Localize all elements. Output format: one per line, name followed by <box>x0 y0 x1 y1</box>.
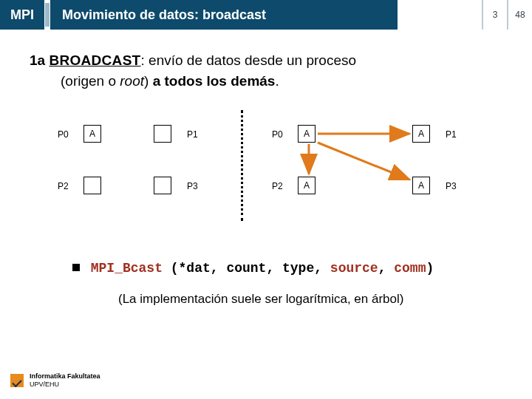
fn-arg-comm: comm <box>394 261 426 276</box>
page-total: 48 <box>507 0 532 30</box>
fn-open: ( <box>163 261 179 276</box>
fn-name: MPI_Bcast <box>91 261 163 276</box>
header-divider <box>44 0 50 30</box>
page-number-box: 3 48 <box>482 0 532 30</box>
footer-line2: UPV/EHU <box>30 381 100 389</box>
heading-indent-post: ) <box>144 73 153 89</box>
fn-sep2: , <box>266 261 282 276</box>
heading-keyword: BROADCAST <box>49 52 140 68</box>
fn-sep1: , <box>211 261 227 276</box>
fn-arg-source: source <box>330 261 378 276</box>
broadcast-diagram: P0 A P1 P2 P3 P0 A A P1 P2 A A P3 <box>50 125 502 228</box>
university-logo-icon <box>10 374 24 387</box>
heading-period: . <box>275 73 279 89</box>
slide-footer: Informatika Fakultatea UPV/EHU <box>10 372 100 389</box>
fn-sep4: , <box>378 261 395 276</box>
fn-close: ) <box>426 261 434 276</box>
heading-line-1: 1a BROADCAST: envío de datos desde un pr… <box>30 50 502 71</box>
header-title: Movimiento de datos: broadcast <box>50 0 398 30</box>
heading-line-2: (origen o root) a todos los demás. <box>30 71 502 92</box>
heading-root: root <box>120 73 144 89</box>
heading-tag: 1a <box>30 52 45 68</box>
function-signature: MPI_Bcast (*dat, count, type, source, co… <box>30 261 502 276</box>
fn-sep3: , <box>314 261 330 276</box>
heading-indent-pre: (origen o <box>61 73 120 89</box>
heading-text-1: : envío de datos desde un proceso <box>141 52 357 68</box>
fn-arg-count: count <box>226 261 266 276</box>
fn-arg-dat: *dat <box>179 261 211 276</box>
slide-body: 1a BROADCAST: envío de datos desde un pr… <box>0 30 532 307</box>
header-spacer: 3 48 <box>398 0 532 30</box>
broadcast-arrows <box>50 125 494 228</box>
footer-line1: Informatika Fakultatea <box>30 372 100 381</box>
header-tag: MPI <box>0 0 44 30</box>
slide-header: MPI Movimiento de datos: broadcast 3 48 <box>0 0 532 30</box>
fn-arg-type: type <box>282 261 314 276</box>
footer-text: Informatika Fakultatea UPV/EHU <box>30 372 100 389</box>
page-current: 3 <box>482 0 507 30</box>
bullet-icon <box>72 264 80 271</box>
svg-line-2 <box>318 143 409 180</box>
heading-bold-tail: a todos los demás <box>153 73 276 89</box>
implementation-note: (La implementación suele ser logarítmica… <box>30 292 502 307</box>
